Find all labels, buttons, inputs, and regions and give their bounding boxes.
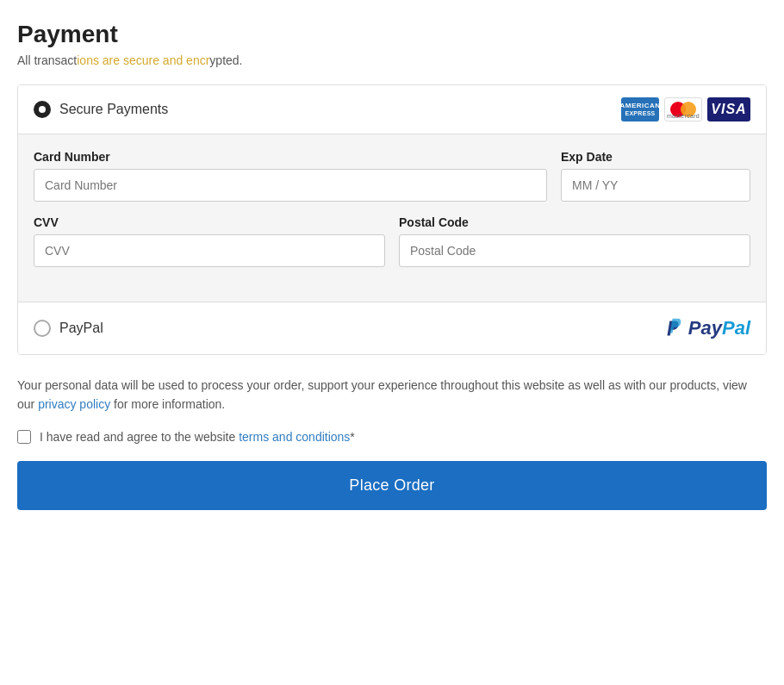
- card-number-group: Card Number: [34, 150, 547, 202]
- privacy-policy-link[interactable]: privacy policy: [38, 397, 110, 411]
- terms-text-before: I have read and agree to the website: [40, 430, 239, 444]
- paypal-brand: PayPal: [661, 316, 750, 340]
- visa-logo: VISA: [707, 97, 750, 121]
- paypal-pal-text: Pal: [722, 317, 750, 339]
- paypal-pay-text: Pay: [688, 317, 722, 339]
- paypal-brand-text: PayPal: [688, 317, 750, 339]
- secure-payments-radio[interactable]: [34, 101, 51, 118]
- postal-code-label: Postal Code: [399, 215, 750, 229]
- cvv-input[interactable]: [34, 234, 385, 267]
- secure-payments-label: Secure Payments: [59, 102, 168, 117]
- secure-text: All transactions are secure and encrypte…: [17, 53, 767, 67]
- cvv-group: CVV: [34, 215, 385, 267]
- privacy-text-after: for more information.: [110, 397, 225, 411]
- mastercard-logo: mastercard: [664, 97, 702, 121]
- paypal-label: PayPal: [59, 321, 103, 336]
- secure-payments-left: Secure Payments: [34, 101, 168, 118]
- card-logos: AMERICAN EXPRESS mastercard VISA: [621, 97, 750, 121]
- postal-code-input[interactable]: [399, 234, 750, 267]
- place-order-button[interactable]: Place Order: [17, 461, 767, 510]
- paypal-row[interactable]: PayPal PayPal: [18, 302, 766, 354]
- page-title: Payment: [17, 21, 767, 48]
- terms-row: I have read and agree to the website ter…: [17, 430, 767, 444]
- terms-link[interactable]: terms and conditions: [239, 430, 350, 444]
- card-number-label: Card Number: [34, 150, 547, 164]
- exp-date-label: Exp Date: [561, 150, 750, 164]
- card-number-exp-row: Card Number Exp Date: [34, 150, 750, 202]
- cvv-postal-row: CVV Postal Code: [34, 215, 750, 267]
- privacy-notice: Your personal data will be used to proce…: [17, 376, 767, 414]
- terms-text: I have read and agree to the website ter…: [40, 430, 355, 444]
- payment-container: Secure Payments AMERICAN EXPRESS masterc…: [17, 84, 767, 355]
- card-form-area: Card Number Exp Date CVV Postal Code: [18, 134, 766, 302]
- paypal-left: PayPal: [34, 320, 103, 337]
- paypal-radio[interactable]: [34, 320, 51, 337]
- exp-date-group: Exp Date: [561, 150, 750, 202]
- cvv-label: CVV: [34, 215, 385, 229]
- amex-bottom-text: EXPRESS: [625, 110, 655, 117]
- secure-payments-row[interactable]: Secure Payments AMERICAN EXPRESS masterc…: [18, 85, 766, 134]
- exp-date-input[interactable]: [561, 169, 750, 202]
- postal-code-group: Postal Code: [399, 215, 750, 267]
- secure-text-highlight: ions are secure and encr: [77, 53, 209, 67]
- amex-logo: AMERICAN EXPRESS: [621, 97, 659, 121]
- mastercard-text: mastercard: [667, 113, 700, 119]
- amex-top-text: AMERICAN: [619, 102, 660, 110]
- card-number-input[interactable]: [34, 169, 547, 202]
- paypal-p-icon: [661, 316, 685, 340]
- terms-checkbox[interactable]: [17, 430, 31, 444]
- terms-asterisk: *: [350, 430, 354, 444]
